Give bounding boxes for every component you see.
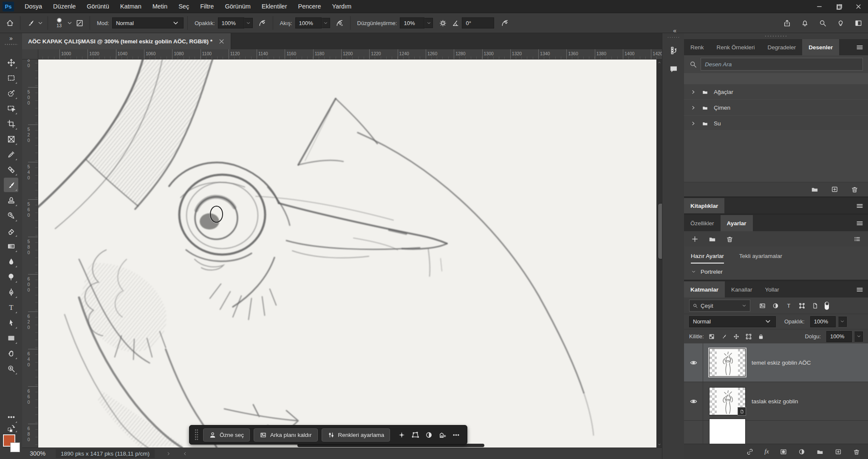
image-icon[interactable] xyxy=(759,302,766,309)
workspace-icon[interactable] xyxy=(853,16,864,30)
close-tab-icon[interactable] xyxy=(218,37,226,45)
flow-dropdown[interactable] xyxy=(322,18,330,28)
tab-libraries[interactable]: Kitaplıklar xyxy=(684,198,724,213)
arka-plan-kald-r-button[interactable]: Arka planı kaldır xyxy=(254,428,318,442)
home-icon[interactable] xyxy=(3,16,16,30)
zoom-tool[interactable] xyxy=(4,361,18,376)
smoothing-dropdown[interactable] xyxy=(424,18,433,28)
menu-item-düzenle[interactable]: Düzenle xyxy=(48,0,81,13)
scroll-up-icon[interactable] xyxy=(657,60,662,65)
opacity-input[interactable]: 100% xyxy=(218,17,244,28)
chevron-right-icon[interactable] xyxy=(690,105,696,111)
folder-icon[interactable] xyxy=(708,235,716,243)
discover-icon[interactable] xyxy=(835,16,846,30)
link-icon[interactable] xyxy=(746,448,754,456)
chevron-down-icon[interactable] xyxy=(37,19,44,27)
flow-input[interactable]: 100% xyxy=(295,17,322,28)
frame-tool[interactable] xyxy=(4,132,18,146)
all-lock-icon[interactable] xyxy=(758,333,764,340)
status-prev-icon[interactable] xyxy=(182,451,188,456)
minimize-icon[interactable] xyxy=(809,0,829,13)
chevron-right-icon[interactable] xyxy=(690,89,696,95)
adjust-group-row[interactable]: Portreler xyxy=(684,264,868,280)
type-tool[interactable]: T xyxy=(4,300,18,314)
smoothing-input[interactable]: 10% xyxy=(400,17,424,28)
filter-toggle-icon[interactable] xyxy=(825,302,829,310)
plus-icon[interactable] xyxy=(691,235,699,243)
path-selection-tool[interactable] xyxy=(4,315,18,330)
pattern-folder-su[interactable]: Su xyxy=(684,116,868,131)
adjustment-icon[interactable] xyxy=(798,448,806,456)
fx-icon[interactable]: fx xyxy=(764,448,769,455)
menu-item-görünüm[interactable]: Görünüm xyxy=(219,0,256,13)
pen-tool[interactable] xyxy=(4,285,18,299)
tab-degradeler[interactable]: Degradeler xyxy=(761,39,803,55)
tab-kanallar[interactable]: Kanallar xyxy=(725,281,759,298)
search-icon[interactable] xyxy=(817,16,828,30)
tab-desenler[interactable]: Desenler xyxy=(802,39,839,55)
close-icon[interactable] xyxy=(848,0,868,13)
panel-menu-icon[interactable] xyxy=(856,281,864,298)
document-tab[interactable]: AÖC KAPAK ÇALIŞMASI @ 300% (temel eskiz … xyxy=(22,33,231,49)
list-icon[interactable] xyxy=(853,235,861,243)
subtab-presets[interactable]: Hazır Ayarlar xyxy=(691,253,724,264)
visibility-cell[interactable] xyxy=(684,421,703,444)
layer-blend-mode-select[interactable]: Normal xyxy=(689,316,776,327)
add-image-icon[interactable] xyxy=(436,429,448,441)
hand-tool[interactable] xyxy=(4,346,18,360)
move-lock-icon[interactable] xyxy=(733,333,740,340)
chevron-down-icon[interactable] xyxy=(66,19,73,27)
pattern-folder--imen[interactable]: Çimen xyxy=(684,100,868,116)
bell-icon[interactable] xyxy=(799,16,810,30)
tab--zellikler[interactable]: Özellikler xyxy=(684,215,721,231)
object-selection-tool[interactable] xyxy=(4,101,18,116)
type-icon[interactable]: T xyxy=(785,302,792,309)
background-color-swatch[interactable] xyxy=(10,442,20,452)
renkleri-ayarlama-button[interactable]: Renkleri ayarlama xyxy=(322,428,390,442)
pattern-folder-a-a-lar[interactable]: Ağaçlar xyxy=(684,84,868,100)
layer-opacity-input[interactable]: 100% xyxy=(810,316,836,327)
menu-item-yardım[interactable]: Yardım xyxy=(327,0,357,13)
brush-size-picker[interactable]: 13 xyxy=(52,18,66,28)
spot-healing-tool[interactable] xyxy=(4,162,18,177)
trash-icon[interactable] xyxy=(851,185,859,193)
panel-menu-icon[interactable] xyxy=(856,215,864,231)
layer-thumbnail[interactable] xyxy=(709,419,746,444)
layer-name[interactable]: temel eskiz goblin AÖC xyxy=(752,360,811,366)
trash-icon[interactable] xyxy=(726,235,734,243)
rectangular-marquee-tool[interactable] xyxy=(4,71,18,85)
brush-preset-icon[interactable] xyxy=(24,16,37,30)
visibility-cell[interactable] xyxy=(684,343,703,382)
share-icon[interactable] xyxy=(781,16,792,30)
menu-item-filtre[interactable]: Filtre xyxy=(195,0,219,13)
tab-renk-rnekleri[interactable]: Renk Örnekleri xyxy=(710,39,761,55)
smart-object-icon[interactable] xyxy=(811,302,819,309)
eye-icon[interactable] xyxy=(690,359,698,367)
rectangle-tool[interactable] xyxy=(4,331,18,345)
scroll-down-icon[interactable] xyxy=(657,442,662,447)
paint-lock-icon[interactable] xyxy=(721,333,727,340)
pressure-size-icon[interactable] xyxy=(498,16,511,30)
menu-item-pencere[interactable]: Pencere xyxy=(293,0,327,13)
artboard-lock-icon[interactable] xyxy=(745,333,752,340)
blend-mode-select[interactable]: Normal xyxy=(112,17,184,28)
menu-item-seç[interactable]: Seç xyxy=(173,0,195,13)
collapse-panels-button[interactable]: « xyxy=(673,27,676,34)
dodge-tool[interactable] xyxy=(4,269,18,284)
subtab-single-adjustments[interactable]: Tekli ayarlamalar xyxy=(739,253,782,264)
status-next-icon[interactable] xyxy=(166,451,171,456)
clone-stamp-tool[interactable] xyxy=(4,193,18,207)
menu-item-görüntü[interactable]: Görüntü xyxy=(81,0,114,13)
chevron-right-icon[interactable] xyxy=(690,120,696,127)
transparency-lock-icon[interactable] xyxy=(708,333,715,340)
tab-katmanlar[interactable]: Katmanlar xyxy=(684,281,725,298)
layer-row[interactable]: taslak eskiz goblin xyxy=(684,382,868,421)
mask-icon[interactable] xyxy=(780,448,787,456)
blur-tool[interactable] xyxy=(4,254,18,269)
folder-icon[interactable] xyxy=(811,185,819,193)
brush-angle-input[interactable]: 0° xyxy=(462,17,494,28)
restore-icon[interactable] xyxy=(829,0,848,13)
layer-name[interactable]: taslak eskiz goblin xyxy=(752,398,798,405)
toolbar-drag-handle[interactable] xyxy=(4,43,18,45)
fill-input[interactable]: 100% xyxy=(826,331,852,342)
